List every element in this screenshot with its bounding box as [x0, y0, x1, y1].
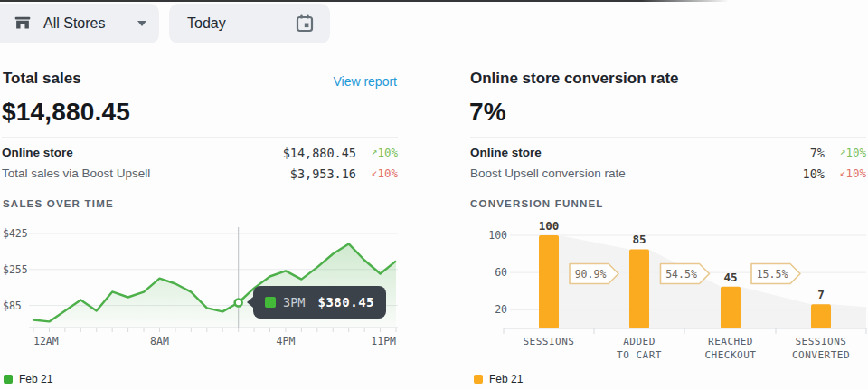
metric-value: 10%	[803, 166, 825, 181]
metric-row-boost-upsell: Total sales via Boost Upsell $3,953.16 ↙…	[2, 163, 398, 184]
conversion-rate-title: Online store conversion rate	[470, 70, 679, 88]
svg-text:85: 85	[632, 233, 646, 246]
conversion-funnel-chart[interactable]: 10060201008545790.9%54.5%15.5%SESSIONSAD…	[470, 217, 868, 366]
svg-text:SESSIONS: SESSIONS	[524, 336, 575, 347]
chevron-down-icon	[137, 21, 146, 26]
chart-tooltip: 3PM $380.45	[253, 286, 386, 319]
metric-label: Boost Upsell conversion rate	[470, 166, 626, 180]
metric-value: $14,880.45	[283, 146, 356, 160]
sales-over-time-heading: SALES OVER TIME	[3, 198, 114, 209]
conversion-funnel-heading: CONVERSION FUNNEL	[470, 198, 604, 209]
metric-row-online-store-rate: Online store 7% ↗10%	[470, 142, 866, 163]
calendar-icon	[294, 13, 316, 34]
metric-value: $3,953.16	[290, 166, 356, 181]
legend-label: Feb 21	[19, 373, 52, 385]
svg-text:100: 100	[539, 219, 560, 233]
video-letterbox-strip	[0, 0, 729, 2]
svg-text:CONVERTED: CONVERTED	[792, 349, 850, 361]
svg-text:4PM: 4PM	[277, 335, 296, 347]
svg-text:20: 20	[495, 303, 507, 316]
svg-text:12AM: 12AM	[33, 335, 59, 347]
svg-text:SESSIONS: SESSIONS	[796, 336, 847, 347]
metric-delta: ↙10%	[825, 166, 866, 180]
svg-text:15.5%: 15.5%	[757, 268, 788, 281]
svg-text:TO CART: TO CART	[617, 349, 662, 361]
svg-text:CHECKOUT: CHECKOUT	[705, 349, 757, 361]
series-color-swatch	[265, 297, 276, 308]
svg-text:90.9%: 90.9%	[575, 268, 607, 281]
svg-text:100: 100	[488, 229, 507, 242]
date-range-button[interactable]: Today	[169, 4, 330, 43]
metric-label: Online store	[470, 146, 542, 159]
conversion-breakdown: Online store 7% ↗10% Boost Upsell conver…	[470, 137, 866, 184]
svg-text:54.5%: 54.5%	[665, 268, 697, 281]
funnel-chart-legend: Feb 21	[474, 373, 523, 385]
sales-chart-legend: Feb 21	[4, 373, 52, 385]
metric-delta: ↙10%	[356, 166, 398, 180]
svg-text:11PM: 11PM	[371, 335, 396, 347]
svg-text:$85: $85	[3, 300, 22, 312]
legend-swatch-orange	[474, 375, 483, 384]
metric-label: Total sales via Boost Upsell	[2, 166, 150, 180]
svg-text:$425: $425	[3, 227, 28, 240]
conversion-rate-value: 7%	[469, 98, 506, 127]
tooltip-value: $380.45	[317, 295, 374, 309]
svg-text:8AM: 8AM	[150, 335, 169, 347]
analytics-dashboard: { "topbar": { "store_selector": { "label…	[0, 0, 868, 390]
legend-swatch-green	[4, 375, 13, 384]
store-icon	[13, 14, 33, 33]
svg-text:ADDED: ADDED	[623, 336, 656, 347]
total-sales-title: Total sales	[3, 70, 81, 88]
view-report-link[interactable]: View report	[333, 74, 397, 89]
metric-delta: ↗10%	[825, 146, 866, 159]
tooltip-time: 3PM	[283, 295, 305, 309]
metric-row-boost-upsell-rate: Boost Upsell conversion rate 10% ↙10%	[470, 163, 866, 184]
metric-value: 7%	[810, 146, 825, 160]
svg-text:7: 7	[817, 288, 825, 301]
metric-label: Online store	[2, 146, 73, 159]
svg-text:REACHED: REACHED	[708, 336, 753, 347]
store-selector-button[interactable]: All Stores	[0, 4, 159, 43]
total-sales-value: $14,880.45	[2, 98, 130, 127]
date-range-label: Today	[187, 15, 226, 32]
svg-text:45: 45	[723, 271, 737, 284]
total-sales-breakdown: Online store $14,880.45 ↗10% Total sales…	[2, 137, 398, 184]
metric-delta: ↗10%	[356, 146, 398, 159]
legend-label: Feb 21	[489, 373, 523, 385]
store-selector-label: All Stores	[43, 15, 105, 32]
svg-text:$255: $255	[3, 263, 28, 276]
metric-row-online-store: Online store $14,880.45 ↗10%	[2, 142, 398, 163]
svg-text:60: 60	[495, 266, 507, 279]
